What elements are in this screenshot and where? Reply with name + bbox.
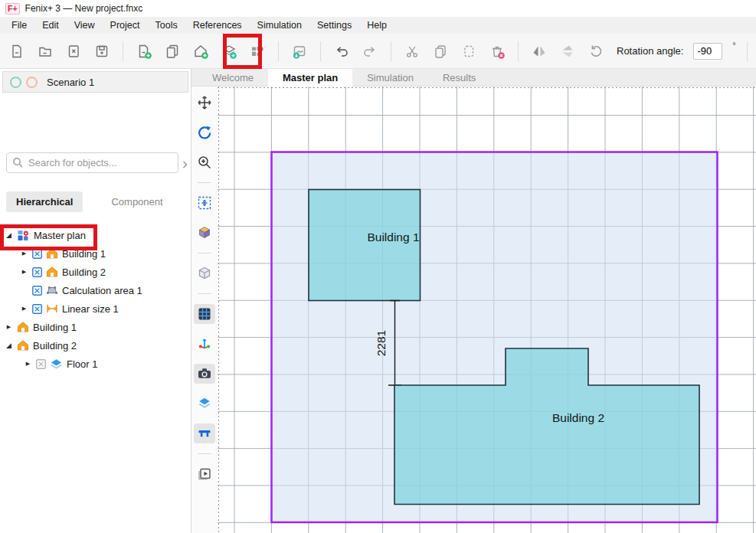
tab-results[interactable]: Results	[428, 69, 490, 86]
tree-label: Building 1	[62, 248, 106, 260]
building-icon	[17, 321, 29, 333]
copy-icon[interactable]	[431, 42, 450, 60]
menu-edit[interactable]: Edit	[34, 17, 67, 34]
menu-settings[interactable]: Settings	[309, 17, 359, 34]
add-floor-icon[interactable]	[220, 42, 238, 60]
tab-master-plan[interactable]: Master plan	[268, 69, 352, 87]
cut-icon[interactable]	[403, 42, 421, 60]
object-panel: Scenario 1 › Hierarchical Component ◢ Ma…	[0, 69, 191, 533]
checkbox-checked-icon[interactable]	[32, 249, 42, 259]
toolbar-separator	[518, 41, 519, 61]
toolbar-separator	[391, 41, 391, 61]
menu-tools[interactable]: Tools	[147, 17, 185, 34]
dimension-value-label: 2281	[375, 330, 388, 356]
degree-symbol: °	[732, 41, 735, 50]
expander-collapsed-icon[interactable]: ▶	[20, 306, 28, 312]
fit-to-screen-icon[interactable]	[194, 193, 215, 213]
redo-icon[interactable]	[361, 42, 379, 60]
strip-separator	[198, 453, 211, 454]
add-scenario-icon[interactable]	[135, 42, 153, 60]
rotation-angle-input[interactable]	[693, 43, 722, 60]
tab-welcome[interactable]: Welcome	[198, 69, 268, 86]
new-document-icon[interactable]	[8, 42, 26, 60]
search-options-chevron-icon[interactable]: ›	[182, 155, 188, 171]
rotate-icon[interactable]	[587, 42, 605, 60]
paste-icon[interactable]	[460, 42, 478, 60]
tab-component[interactable]: Component	[101, 191, 172, 212]
search-icon	[12, 157, 23, 168]
tree-label: Linear size 1	[62, 303, 119, 315]
close-project-icon[interactable]	[64, 42, 83, 60]
add-building-icon[interactable]	[191, 42, 210, 60]
flip-vertical-icon[interactable]	[558, 42, 577, 60]
tree-item-floor-1[interactable]: ▶ Floor 1	[0, 355, 191, 373]
checkbox-checked-icon[interactable]	[32, 286, 42, 296]
copy-scenario-icon[interactable]	[163, 42, 182, 60]
table-tool-icon[interactable]	[194, 423, 215, 443]
strip-separator	[198, 182, 211, 183]
building-icon	[46, 247, 58, 260]
master-plan-canvas[interactable]: Building 1 2281 Building 2	[218, 87, 756, 533]
linear-size-icon	[46, 302, 58, 315]
camera-toggle-icon[interactable]	[194, 364, 215, 384]
menu-view[interactable]: View	[67, 17, 103, 34]
tree-item-building-2[interactable]: ▶ Building 2	[0, 263, 191, 281]
expander-collapsed-icon[interactable]: ▶	[24, 361, 32, 367]
main-toolbar: Rotation angle: ° Evacuation simu	[0, 34, 756, 69]
expander-expanded-icon[interactable]: ◢	[5, 231, 13, 239]
search-input[interactable]	[6, 152, 178, 173]
app-window: F+ Fenix+ 3 — New project.fnxc File Edit…	[0, 0, 756, 533]
undo-icon[interactable]	[332, 42, 351, 60]
grid-toggle-icon[interactable]	[194, 304, 215, 324]
presentation-icon[interactable]	[194, 464, 215, 484]
document-tab-bar: Welcome Master plan Simulation Results	[191, 69, 756, 87]
menu-simulation[interactable]: Simulation	[250, 17, 309, 34]
flip-horizontal-icon[interactable]	[530, 42, 548, 60]
tree-item-calculation-area-1[interactable]: Calculation area 1	[0, 281, 191, 299]
master-plan-toolbar-icon[interactable]	[248, 42, 267, 60]
save-project-icon[interactable]	[93, 42, 111, 60]
expander-expanded-icon[interactable]: ◢	[5, 342, 13, 349]
tree-item-building-2-root[interactable]: ◢ Building 2	[0, 336, 191, 355]
menu-bar: File Edit View Project Tools References …	[0, 17, 756, 34]
building-1-shape[interactable]	[309, 190, 421, 301]
checkbox-checked-icon[interactable]	[32, 267, 42, 277]
open-project-icon[interactable]	[36, 42, 54, 60]
tree-item-building-1-root[interactable]: ▶ Building 1	[0, 318, 191, 336]
expander-collapsed-icon[interactable]: ▶	[20, 269, 28, 275]
panel-view-tabs: Hierarchical Component	[6, 191, 191, 212]
title-bar: F+ Fenix+ 3 — New project.fnxc	[0, 0, 756, 17]
toolbar-separator	[278, 41, 279, 61]
checkbox-checked-gray-icon[interactable]	[36, 359, 46, 369]
zoom-tool-icon[interactable]	[194, 152, 215, 172]
view-wireframe-icon[interactable]	[194, 263, 215, 283]
rotation-angle-label: Rotation angle:	[617, 45, 683, 57]
calculation-area-icon	[46, 284, 58, 296]
import-image-icon[interactable]	[290, 42, 309, 60]
tree-label: Master plan	[34, 230, 86, 241]
menu-file[interactable]: File	[4, 17, 34, 34]
menu-references[interactable]: References	[185, 17, 250, 34]
layers-toggle-icon[interactable]	[194, 394, 215, 414]
checkbox-checked-icon[interactable]	[32, 304, 42, 314]
axes-toggle-icon[interactable]	[194, 334, 215, 354]
tab-simulation[interactable]: Simulation	[352, 69, 428, 86]
delete-icon[interactable]	[488, 42, 506, 60]
expander-collapsed-icon[interactable]: ▶	[20, 250, 28, 257]
tab-hierarchical[interactable]: Hierarchical	[6, 191, 83, 212]
tree-item-building-1[interactable]: ▶ Building 1	[0, 244, 191, 263]
move-tool-icon[interactable]	[194, 93, 215, 113]
scenario-item[interactable]: Scenario 1	[2, 71, 188, 93]
tree-item-linear-size-1[interactable]: ▶ Linear size 1	[0, 299, 191, 318]
building-2-label: Building 2	[552, 411, 604, 424]
window-title: Fenix+ 3 — New project.fnxc	[25, 3, 143, 14]
strip-separator	[198, 253, 211, 253]
master-plan-icon	[17, 229, 30, 242]
tree-item-master-plan[interactable]: ◢ Master plan	[0, 226, 191, 244]
expander-collapsed-icon[interactable]: ▶	[5, 324, 13, 330]
rotate-view-icon[interactable]	[194, 123, 215, 142]
menu-help[interactable]: Help	[359, 17, 394, 34]
object-tree: ◢ Master plan ▶ Building 1 ▶ Building 2	[0, 226, 191, 373]
view-3d-icon[interactable]	[194, 223, 215, 243]
menu-project[interactable]: Project	[103, 17, 148, 34]
